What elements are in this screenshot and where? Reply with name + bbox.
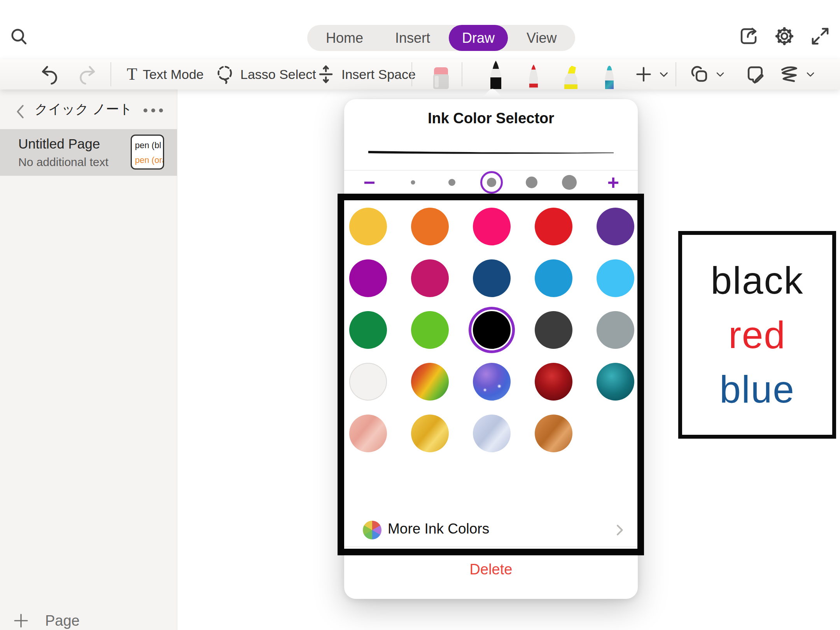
ink-word-blue: blue bbox=[719, 364, 794, 415]
search-icon bbox=[9, 26, 30, 47]
tab-draw[interactable]: Draw bbox=[449, 25, 508, 51]
ink-word-black: black bbox=[711, 255, 804, 306]
swatch-orange[interactable] bbox=[411, 208, 449, 245]
lasso-label: Lasso Select bbox=[240, 67, 316, 82]
thumbnail-ink-text: pen (bl bbox=[135, 138, 163, 153]
increase-size-button[interactable]: + bbox=[607, 171, 619, 194]
search-button[interactable] bbox=[9, 26, 30, 47]
ink-color-selector-popup: Ink Color Selector − + More Ink Colors D… bbox=[344, 99, 638, 599]
text-mode-icon: T bbox=[127, 66, 137, 83]
draw-toolbar: T Text Mode Lasso Select Insert Space bbox=[0, 59, 840, 89]
lasso-icon bbox=[215, 64, 235, 84]
swatch-black[interactable] bbox=[473, 311, 511, 349]
settings-button[interactable] bbox=[774, 26, 795, 47]
popup-title: Ink Color Selector bbox=[344, 110, 638, 127]
scribble-icon bbox=[779, 63, 800, 85]
swatch-raspberry[interactable] bbox=[411, 259, 449, 297]
add-page-button[interactable]: Page bbox=[12, 611, 80, 630]
stroke-size-dot-2[interactable] bbox=[448, 179, 455, 186]
ellipsis-icon bbox=[142, 107, 165, 114]
chevron-right-icon bbox=[612, 522, 627, 538]
tab-insert[interactable]: Insert bbox=[382, 25, 443, 51]
fullscreen-button[interactable] bbox=[810, 26, 831, 47]
plus-icon bbox=[634, 65, 653, 84]
undo-button[interactable] bbox=[39, 59, 60, 89]
swatch-green[interactable] bbox=[349, 311, 387, 349]
swatch-yellow[interactable] bbox=[349, 208, 387, 245]
chevron-down-icon bbox=[657, 68, 670, 81]
share-icon bbox=[738, 26, 759, 47]
stroke-size-dot-3[interactable] bbox=[487, 178, 496, 187]
more-ink-colors-label: More Ink Colors bbox=[388, 521, 489, 537]
swatch-light-green[interactable] bbox=[411, 311, 449, 349]
stroke-size-dot-4[interactable] bbox=[526, 177, 537, 188]
ribbon-tab-bar: HomeInsertDrawView bbox=[307, 25, 575, 51]
page-title: Untitled Page bbox=[18, 136, 100, 152]
top-bar: HomeInsertDrawView bbox=[0, 0, 840, 59]
color-wheel-icon bbox=[363, 521, 382, 539]
lasso-select-button[interactable]: Lasso Select bbox=[215, 59, 316, 89]
stroke-size-dot-5[interactable] bbox=[562, 175, 577, 190]
swatch-pink[interactable] bbox=[473, 208, 511, 245]
tool-yellow-highlighter[interactable] bbox=[560, 65, 582, 89]
swatch-gray[interactable] bbox=[597, 311, 634, 349]
toolbar-divider bbox=[462, 62, 462, 86]
onenote-app: HomeInsertDrawView bbox=[0, 0, 840, 630]
swatch-galaxy[interactable] bbox=[473, 363, 511, 401]
redo-icon bbox=[77, 64, 98, 85]
ink-drawing-box: blackredblue bbox=[678, 231, 836, 439]
gear-icon bbox=[774, 26, 795, 47]
section-more-button[interactable] bbox=[142, 107, 165, 114]
stroke-size-dot-1[interactable] bbox=[411, 180, 415, 185]
swatch-red[interactable] bbox=[535, 208, 572, 245]
toolbar-divider bbox=[411, 62, 412, 86]
shapes-icon bbox=[689, 64, 710, 85]
tool-galaxy-pen[interactable] bbox=[600, 65, 619, 89]
swatch-teal-texture[interactable] bbox=[597, 363, 634, 401]
insert-space-label: Insert Space bbox=[341, 67, 416, 82]
swatch-blue[interactable] bbox=[535, 259, 572, 297]
swatch-light-blue[interactable] bbox=[597, 259, 634, 297]
stroke-size-selector: − + bbox=[344, 171, 638, 194]
insert-space-icon bbox=[316, 64, 336, 84]
swatch-silver[interactable] bbox=[473, 415, 511, 452]
tab-view[interactable]: View bbox=[513, 25, 570, 51]
text-mode-button[interactable]: T Text Mode bbox=[127, 59, 204, 89]
plus-icon bbox=[12, 611, 30, 630]
ink-to-shape-button[interactable] bbox=[779, 59, 817, 89]
swatch-purple[interactable] bbox=[349, 259, 387, 297]
note-pen-icon bbox=[745, 64, 766, 85]
ink-annotate-button[interactable] bbox=[745, 59, 766, 89]
swatch-rose-gold[interactable] bbox=[349, 415, 387, 452]
tool-black-pen[interactable] bbox=[485, 60, 507, 89]
swatch-rainbow-glitter[interactable] bbox=[411, 363, 449, 401]
delete-button[interactable]: Delete bbox=[344, 561, 638, 578]
swatch-dark-purple[interactable] bbox=[597, 208, 634, 245]
stroke-preview bbox=[368, 147, 614, 158]
thumbnail-ink-text: pen (ora bbox=[135, 153, 163, 168]
topbar-actions bbox=[738, 26, 831, 47]
page-list-item[interactable]: Untitled Page No additional text pen (bl… bbox=[0, 129, 177, 176]
swatch-gold[interactable] bbox=[411, 415, 449, 452]
text-mode-label: Text Mode bbox=[143, 67, 204, 82]
swatch-bronze[interactable] bbox=[535, 415, 572, 452]
tool-red-pen[interactable] bbox=[524, 64, 543, 89]
swatch-dark-gray[interactable] bbox=[535, 311, 572, 349]
tool-eraser[interactable] bbox=[431, 66, 451, 89]
toolbar-divider bbox=[676, 62, 676, 86]
swatch-dark-red-texture[interactable] bbox=[535, 363, 572, 401]
swatch-white[interactable] bbox=[349, 363, 387, 401]
popup-divider bbox=[344, 546, 638, 547]
tab-home[interactable]: Home bbox=[313, 25, 376, 51]
decrease-size-button[interactable]: − bbox=[364, 171, 375, 194]
swatch-dark-blue[interactable] bbox=[473, 259, 511, 297]
insert-space-button[interactable]: Insert Space bbox=[316, 59, 416, 89]
shapes-button[interactable] bbox=[689, 59, 726, 89]
more-ink-colors-button[interactable]: More Ink Colors bbox=[344, 519, 638, 541]
share-button[interactable] bbox=[738, 26, 759, 47]
add-pen-button[interactable] bbox=[634, 59, 670, 89]
toolbar-divider bbox=[110, 62, 111, 86]
redo-button[interactable] bbox=[77, 59, 98, 89]
sidebar: クイック ノート Untitled Page No additional tex… bbox=[0, 89, 177, 630]
page-subtitle: No additional text bbox=[18, 156, 108, 169]
